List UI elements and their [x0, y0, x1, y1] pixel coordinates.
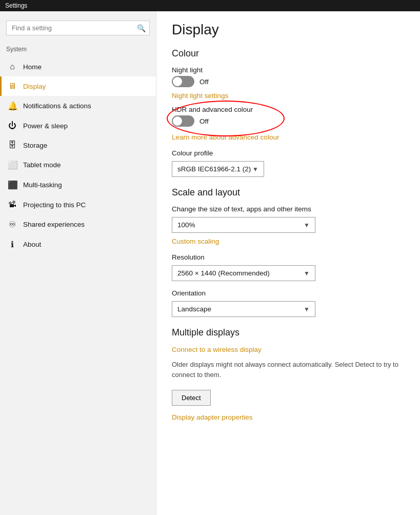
hdr-label: HDR and advanced colour	[172, 106, 405, 113]
colour-profile-value: sRGB IEC61966-2.1 (2)	[177, 165, 251, 173]
sidebar-item-multitasking[interactable]: ⬛Multi-tasking	[0, 175, 156, 195]
sidebar-item-power[interactable]: ⏻Power & sleep	[0, 116, 156, 135]
sidebar-item-projecting[interactable]: 📽Projecting to this PC	[0, 195, 156, 214]
sidebar-label-display: Display	[23, 83, 46, 90]
sidebar-item-home[interactable]: ⌂Home	[0, 57, 156, 76]
connect-wireless-link[interactable]: Connect to a wireless display	[172, 346, 262, 353]
resolution-label: Resolution	[172, 253, 405, 261]
night-light-label: Night light	[172, 66, 405, 74]
title-bar: Settings	[0, 0, 420, 11]
section-displays-title: Multiple displays	[172, 327, 405, 338]
sidebar: 🔍 System ⌂Home🖥Display🔔Notifications & a…	[0, 11, 156, 515]
search-container: 🔍	[6, 21, 150, 35]
sidebar-item-display[interactable]: 🖥Display	[0, 76, 156, 96]
tablet-icon: ⬜	[8, 160, 17, 170]
power-icon: ⏻	[8, 121, 17, 130]
sidebar-label-power: Power & sleep	[23, 122, 68, 130]
sidebar-item-storage[interactable]: 🗄Storage	[0, 135, 156, 155]
orientation-label: Orientation	[172, 289, 405, 297]
sidebar-label-about: About	[23, 241, 41, 248]
sidebar-section-label: System	[0, 44, 156, 57]
sidebar-item-shared[interactable]: ♾Shared experiences	[0, 214, 156, 234]
sidebar-label-notifications: Notifications & actions	[23, 102, 91, 110]
shared-icon: ♾	[8, 220, 17, 229]
app-container: 🔍 System ⌂Home🖥Display🔔Notifications & a…	[0, 11, 420, 515]
section-scale-title: Scale and layout	[172, 187, 405, 198]
colour-profile-dropdown[interactable]: sRGB IEC61966-2.1 (2) ▼	[172, 161, 264, 177]
notifications-icon: 🔔	[8, 101, 17, 111]
hdr-knob	[173, 116, 182, 126]
hdr-toggle-row: Off	[172, 115, 405, 127]
home-icon: ⌂	[8, 62, 17, 71]
multitasking-icon: ⬛	[8, 180, 17, 190]
page-title: Display	[172, 22, 405, 38]
title-bar-label: Settings	[5, 2, 27, 9]
search-input[interactable]	[6, 21, 150, 35]
resolution-value: 2560 × 1440 (Recommended)	[177, 269, 270, 277]
custom-scaling-link[interactable]: Custom scaling	[172, 237, 219, 245]
main-content: Display Colour Night light Off Night lig…	[156, 11, 420, 515]
colour-profile-label: Colour profile	[172, 149, 405, 157]
orientation-dropdown[interactable]: Landscape ▼	[172, 301, 315, 317]
sidebar-label-tablet: Tablet mode	[23, 161, 61, 169]
search-icon: 🔍	[137, 24, 146, 32]
hdr-state: Off	[199, 117, 209, 125]
chevron-down-icon-2: ▼	[304, 222, 310, 229]
hdr-section: HDR and advanced colour Off	[172, 106, 405, 127]
night-light-state: Off	[199, 78, 209, 86]
hdr-toggle[interactable]	[172, 115, 194, 127]
chevron-down-icon-4: ▼	[304, 306, 310, 313]
sidebar-label-storage: Storage	[23, 142, 47, 149]
projecting-icon: 📽	[8, 200, 17, 209]
size-value: 100%	[177, 221, 195, 229]
night-light-knob	[173, 77, 182, 86]
learn-more-link[interactable]: Learn more about advanced colour	[172, 133, 279, 141]
sidebar-item-about[interactable]: ℹAbout	[0, 234, 156, 254]
chevron-down-icon-3: ▼	[304, 270, 310, 277]
change-size-label: Change the size of text, apps and other …	[172, 205, 405, 213]
displays-description: Older displays might not always connect …	[172, 360, 405, 380]
sidebar-label-home: Home	[23, 63, 42, 71]
sidebar-label-projecting: Projecting to this PC	[23, 201, 86, 209]
display-icon: 🖥	[8, 82, 17, 91]
about-icon: ℹ	[8, 240, 17, 249]
adapter-properties-link[interactable]: Display adapter properties	[172, 413, 253, 421]
night-light-toggle[interactable]	[172, 76, 194, 87]
night-light-toggle-row: Off	[172, 76, 405, 87]
sidebar-label-shared: Shared experiences	[23, 221, 85, 228]
detect-button[interactable]: Detect	[172, 390, 211, 406]
sidebar-items-container: ⌂Home🖥Display🔔Notifications & actions⏻Po…	[0, 57, 156, 254]
section-colour-title: Colour	[172, 48, 405, 59]
storage-icon: 🗄	[8, 141, 17, 150]
size-dropdown[interactable]: 100% ▼	[172, 217, 315, 233]
sidebar-label-multitasking: Multi-tasking	[23, 181, 62, 189]
night-light-settings-link[interactable]: Night light settings	[172, 92, 228, 100]
resolution-dropdown[interactable]: 2560 × 1440 (Recommended) ▼	[172, 265, 315, 281]
orientation-value: Landscape	[177, 305, 211, 313]
chevron-down-icon: ▼	[252, 166, 258, 173]
sidebar-item-notifications[interactable]: 🔔Notifications & actions	[0, 96, 156, 116]
sidebar-item-tablet[interactable]: ⬜Tablet mode	[0, 155, 156, 175]
